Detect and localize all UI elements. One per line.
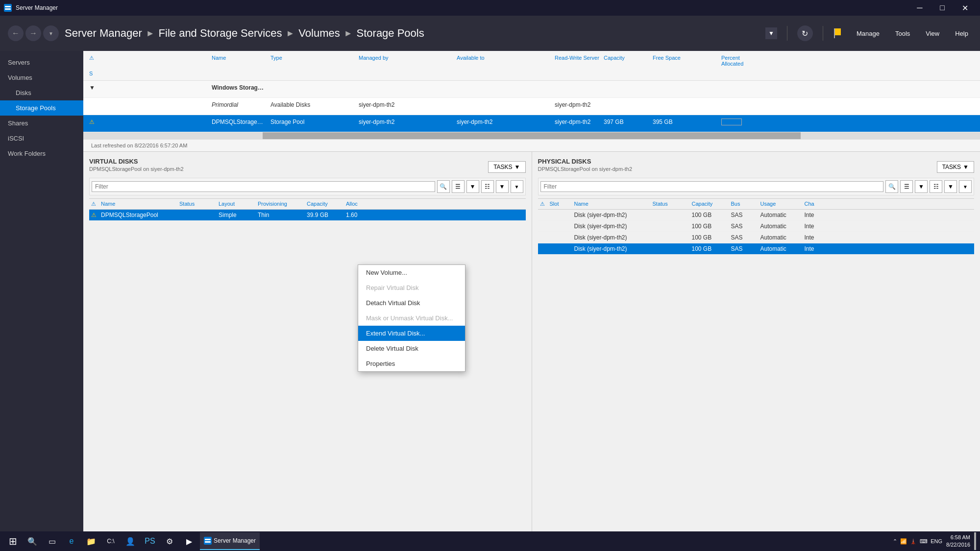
breadcrumb-server-manager[interactable]: Server Manager [65,27,142,40]
taskbar-file-explorer-button[interactable]: 📁 [82,532,100,550]
th-type[interactable]: Type [269,53,357,69]
pdisk-th-capacity[interactable]: Capacity [690,199,729,209]
physical-disks-grid-dropdown[interactable]: ▼ [944,180,957,193]
context-menu-properties[interactable]: Properties [358,356,465,371]
svg-rect-1 [5,6,11,7]
start-button[interactable]: ⊞ [4,532,22,550]
virtual-disks-list-dropdown[interactable]: ▼ [466,180,479,193]
breadcrumb-volumes[interactable]: Volumes [298,27,340,40]
physical-disks-tasks-button[interactable]: TASKS ▼ [937,161,974,173]
physical-disk-row-1[interactable]: Disk (siyer-dpm-th2) 100 GB SAS Automati… [538,221,975,232]
virtual-disk-row-0[interactable]: ⚠ DPMSQLStoragePool Simple Thin 39.9 GB … [89,210,526,221]
pdisk-warn-0 [538,213,548,217]
pdisk-th-name[interactable]: Name [572,199,651,209]
sidebar-item-disks[interactable]: Disks [0,85,83,100]
pdisk-th-chassis[interactable]: Cha [803,199,832,209]
th-read-write[interactable]: Read-Write Server [553,53,602,69]
sidebar-item-servers[interactable]: Servers [0,55,83,70]
virtual-disks-grid-button[interactable]: ☷ [481,180,494,193]
th-warning[interactable]: ⚠ [87,53,97,69]
sidebar-item-shares[interactable]: Shares [0,116,83,131]
physical-disks-filter-input[interactable] [540,181,884,192]
breadcrumb-file-storage[interactable]: File and Storage Services [159,27,282,40]
sidebar-item-storage-pools[interactable]: Storage Pools [0,100,83,116]
forward-button[interactable]: → [25,25,41,41]
maximize-button[interactable]: □ [931,0,954,16]
context-menu-detach[interactable]: Detach Virtual Disk [358,295,465,311]
tray-up-arrow[interactable]: ⌃ [893,538,897,545]
sidebar-item-work-folders[interactable]: Work Folders [0,146,83,161]
sidebar-item-iscsi[interactable]: iSCSI [0,131,83,146]
refresh-button[interactable]: ↻ [797,25,813,41]
taskbar-edge-button[interactable]: e [63,532,80,550]
taskbar-app-server-manager[interactable]: Server Manager [200,532,260,550]
th-extra[interactable]: S [87,69,210,78]
th-available-to[interactable]: Available to [455,53,553,69]
taskbar-search-button[interactable]: 🔍 [24,532,41,550]
virtual-disks-expand-button[interactable]: ▼ [511,180,523,193]
pdisk-bus-2: SAS [729,232,759,243]
vdisk-th-capacity[interactable]: Capacity [305,199,344,209]
help-button[interactable]: Help [951,28,972,39]
physical-disk-row-2[interactable]: Disk (siyer-dpm-th2) 100 GB SAS Automati… [538,232,975,243]
manage-button[interactable]: Manage [853,28,883,39]
pdisk-th-usage[interactable]: Usage [759,199,803,209]
pools-section: ⚠ Name Type Managed by Available to Read… [83,51,980,152]
context-menu-new-volume[interactable]: New Volume... [358,265,465,280]
taskbar-time[interactable]: 6:58 AM 8/22/2016 [946,534,970,549]
th-name[interactable]: Name [210,53,269,69]
physical-disk-row-0[interactable]: Disk (siyer-dpm-th2) 100 GB SAS Automati… [538,210,975,221]
show-desktop-button[interactable] [974,532,976,550]
vdisk-th-alloc[interactable]: Alloc [344,199,373,209]
physical-disks-search-button[interactable]: 🔍 [885,180,898,193]
pdisk-th-warn[interactable]: ⚠ [538,199,548,209]
virtual-disks-list-view-button[interactable]: ☰ [452,180,465,193]
virtual-disks-grid-dropdown[interactable]: ▼ [496,180,509,193]
tools-button[interactable]: Tools [891,28,914,39]
sidebar-item-volumes[interactable]: Volumes [0,70,83,85]
tray-volume-icon: 🗼 [910,538,917,545]
pdisk-th-slot[interactable]: Slot [548,199,572,209]
pools-scrollbar[interactable] [83,132,980,139]
taskbar-task-view-button[interactable]: ▭ [43,532,61,550]
th-percent-allocated[interactable]: Percent Allocated [719,53,744,69]
th-managed-by[interactable]: Managed by [357,53,455,69]
pdisk-name-2: Disk (siyer-dpm-th2) [572,232,651,243]
breadcrumb-dropdown[interactable]: ▼ [765,27,777,39]
taskbar-people-button[interactable]: 👤 [122,532,139,550]
physical-disks-list-view-button[interactable]: ☰ [900,180,913,193]
virtual-disks-search-button[interactable]: 🔍 [437,180,450,193]
virtual-disks-filter-input[interactable] [92,181,435,192]
pools-scrollbar-thumb[interactable] [263,132,801,139]
vdisk-th-status[interactable]: Status [177,199,217,209]
physical-disk-row-3[interactable]: Disk (siyer-dpm-th2) 100 GB SAS Automati… [538,243,975,255]
th-capacity[interactable]: Capacity [602,53,651,69]
minimize-button[interactable]: ─ [908,0,931,16]
pool-row-primordial[interactable]: Primordial Available Disks siyer-dpm-th2… [83,98,980,115]
taskbar-media-button[interactable]: ▶ [180,532,198,550]
close-button[interactable]: ✕ [954,0,976,16]
vdisk-th-layout[interactable]: Layout [217,199,256,209]
group-pad3 [455,86,553,89]
group-expand-icon[interactable]: ▼ [87,83,210,93]
taskbar-powershell-button[interactable]: PS [141,532,159,550]
nav-dropdown-button[interactable]: ▼ [43,25,59,41]
physical-disks-expand-button[interactable]: ▼ [959,180,972,193]
pdisk-th-bus[interactable]: Bus [729,199,759,209]
physical-disks-list-dropdown[interactable]: ▼ [915,180,928,193]
context-menu-delete[interactable]: Delete Virtual Disk [358,341,465,356]
context-menu-extend[interactable]: Extend Virtual Disk... [358,326,465,341]
physical-disks-grid-button[interactable]: ☷ [930,180,942,193]
breadcrumb-storage-pools[interactable]: Storage Pools [357,27,424,40]
back-button[interactable]: ← [8,25,24,41]
pdisk-th-status[interactable]: Status [651,199,690,209]
taskbar-terminal-button[interactable]: C:\ [102,532,120,550]
vdisk-th-name[interactable]: Name [99,199,177,209]
taskbar-settings-button[interactable]: ⚙ [161,532,178,550]
pool-row-dpmsql[interactable]: ⚠ DPMSQLStoragePool Storage Pool siyer-d… [83,115,980,132]
th-free-space[interactable]: Free Space [651,53,719,69]
vdisk-th-warn[interactable]: ⚠ [89,199,99,209]
vdisk-th-provisioning[interactable]: Provisioning [256,199,305,209]
virtual-disks-tasks-button[interactable]: TASKS ▼ [488,161,525,173]
view-button[interactable]: View [922,28,943,39]
